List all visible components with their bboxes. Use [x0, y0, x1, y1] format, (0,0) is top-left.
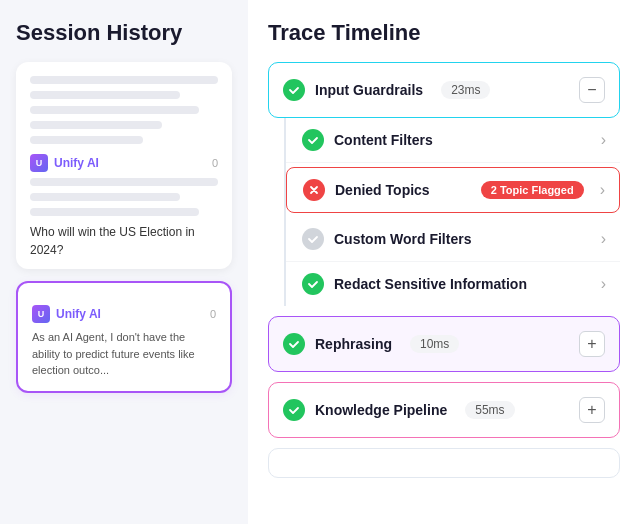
knowledge-pipeline-name: Knowledge Pipeline	[315, 402, 447, 418]
denied-topics-chevron[interactable]: ›	[600, 181, 605, 199]
redact-sensitive-chevron[interactable]: ›	[601, 275, 606, 293]
x-icon-denied-topics	[303, 179, 325, 201]
user-row-1: U Unify AI 0	[30, 154, 218, 172]
input-guardrails-toggle-btn[interactable]: −	[579, 77, 605, 103]
section-knowledge-pipeline: Knowledge Pipeline 55ms +	[268, 382, 620, 438]
badge-num-1: 0	[212, 157, 218, 169]
left-panel: Session History U Unify AI 0 Who will wi…	[0, 0, 248, 524]
rephrasing-box[interactable]: Rephrasing 10ms +	[268, 316, 620, 372]
input-guardrails-left: Input Guardrails 23ms	[283, 79, 490, 101]
user-label-2: Unify AI	[56, 307, 101, 321]
check-icon-knowledge-pipeline	[283, 399, 305, 421]
rephrasing-name: Rephrasing	[315, 336, 392, 352]
unify-icon-2: U	[32, 305, 50, 323]
knowledge-pipeline-toggle-btn[interactable]: +	[579, 397, 605, 423]
section-partial	[268, 448, 620, 478]
rephrasing-right: +	[579, 331, 605, 357]
partial-box	[268, 448, 620, 478]
check-icon-content-filters	[302, 129, 324, 151]
input-guardrails-sub-items: Content Filters › Denied Topics 2 Topic …	[284, 118, 620, 306]
trace-title: Trace Timeline	[268, 20, 620, 46]
redact-sensitive-name: Redact Sensitive Information	[334, 276, 527, 292]
rephrasing-ms: 10ms	[410, 335, 459, 353]
flagged-badge: 2 Topic Flagged	[481, 181, 584, 199]
rephrasing-toggle-btn[interactable]: +	[579, 331, 605, 357]
gray-check-icon-custom-word	[302, 228, 324, 250]
unify-icon-1: U	[30, 154, 48, 172]
sub-item-denied-topics[interactable]: Denied Topics 2 Topic Flagged ›	[286, 167, 620, 213]
check-icon-input-guardrails	[283, 79, 305, 101]
content-filters-name: Content Filters	[334, 132, 433, 148]
session-history-title: Session History	[16, 20, 232, 46]
sub-item-custom-word-filters[interactable]: Custom Word Filters ›	[286, 217, 620, 262]
answer-text-1: As an AI Agent, I don't have the ability…	[32, 329, 216, 379]
check-icon-redact-sensitive	[302, 273, 324, 295]
section-input-guardrails: Input Guardrails 23ms − Content Filters	[268, 62, 620, 306]
check-icon-rephrasing	[283, 333, 305, 355]
history-card-1[interactable]: U Unify AI 0 Who will win the US Electio…	[16, 62, 232, 269]
badge-num-2: 0	[210, 308, 216, 320]
knowledge-pipeline-ms: 55ms	[465, 401, 514, 419]
knowledge-pipeline-right: +	[579, 397, 605, 423]
input-guardrails-name: Input Guardrails	[315, 82, 423, 98]
content-filters-chevron[interactable]: ›	[601, 131, 606, 149]
knowledge-pipeline-box[interactable]: Knowledge Pipeline 55ms +	[268, 382, 620, 438]
history-card-2[interactable]: U Unify AI 0 As an AI Agent, I don't hav…	[16, 281, 232, 393]
user-row-2: U Unify AI 0	[32, 305, 216, 323]
custom-word-filters-name: Custom Word Filters	[334, 231, 471, 247]
user-label-1: Unify AI	[54, 156, 99, 170]
input-guardrails-ms: 23ms	[441, 81, 490, 99]
sub-item-content-filters[interactable]: Content Filters ›	[286, 118, 620, 163]
right-panel: Trace Timeline Input Guardrails 23ms −	[248, 0, 640, 524]
input-guardrails-box[interactable]: Input Guardrails 23ms −	[268, 62, 620, 118]
section-rephrasing: Rephrasing 10ms +	[268, 316, 620, 372]
input-guardrails-right: −	[579, 77, 605, 103]
sub-item-redact-sensitive[interactable]: Redact Sensitive Information ›	[286, 262, 620, 306]
custom-word-filters-chevron[interactable]: ›	[601, 230, 606, 248]
knowledge-pipeline-left: Knowledge Pipeline 55ms	[283, 399, 515, 421]
question-text-1: Who will win the US Election in 2024?	[30, 223, 218, 259]
rephrasing-left: Rephrasing 10ms	[283, 333, 459, 355]
denied-topics-name: Denied Topics	[335, 182, 430, 198]
